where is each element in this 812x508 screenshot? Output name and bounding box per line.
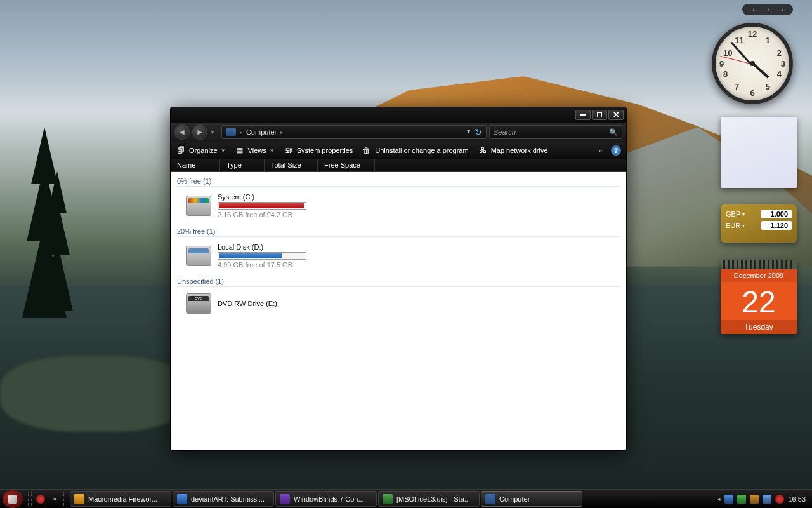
- address-dropdown-icon[interactable]: ▾: [467, 127, 471, 137]
- app-icon: [177, 494, 187, 504]
- taskbar-button-label: deviantART: Submissi...: [191, 495, 265, 503]
- drive-stats: 2.16 GB free of 94.2 GB: [218, 211, 306, 218]
- currency-gadget[interactable]: GBP▾ 1.000 EUR▾ 1.120: [721, 204, 797, 243]
- properties-icon: 🖳: [284, 145, 294, 156]
- quick-launch-item[interactable]: [34, 493, 47, 505]
- taskbar-button-label: Computer: [499, 495, 530, 503]
- quick-launch-overflow[interactable]: »: [48, 493, 61, 505]
- drive-icon: [186, 246, 211, 266]
- command-bar: 🗐 Organize ▼ ▤ Views ▼ 🖳 System properti…: [171, 142, 626, 159]
- taskbar-button[interactable]: Macromedia Firewor...: [70, 491, 171, 507]
- search-input[interactable]: Search 🔍: [489, 125, 622, 139]
- system-tray: ◂ 16:53: [717, 495, 809, 504]
- gadget-next-icon[interactable]: ›: [781, 6, 783, 13]
- clock-gadget[interactable]: 12 1 2 3 4 5 6 7 8 9 10 11: [712, 23, 793, 104]
- header-type[interactable]: Type: [220, 159, 265, 171]
- taskbar-button[interactable]: [MSOffice13.uis] - Sta...: [378, 491, 480, 507]
- calendar-binding: [723, 260, 794, 269]
- header-name[interactable]: Name: [171, 159, 220, 171]
- organize-icon: 🗐: [176, 145, 186, 156]
- close-button[interactable]: ✕: [608, 110, 624, 120]
- tray-expand-icon[interactable]: ◂: [717, 496, 721, 502]
- taskbar-clock[interactable]: 16:53: [788, 495, 806, 503]
- clock-hour-hand: [752, 63, 769, 78]
- app-icon: [74, 494, 84, 504]
- organize-menu[interactable]: 🗐 Organize ▼: [176, 145, 226, 156]
- drive-usage-bar: [218, 252, 306, 260]
- nav-history-dropdown[interactable]: ▼: [210, 130, 215, 135]
- currency-value-1[interactable]: 1.000: [761, 210, 792, 218]
- gadget-control-bar[interactable]: + ‹ ›: [742, 4, 793, 15]
- calendar-day: 22: [721, 287, 797, 318]
- taskbar-button[interactable]: deviantART: Submissi...: [173, 491, 274, 507]
- drive-icon: [186, 293, 211, 314]
- explorer-window: ✕ ◄ ► ▼ ▸ Computer ▸ ▾ ↻ Search 🔍 🗐 Orga…: [170, 107, 627, 451]
- calendar-month: December 2009: [721, 269, 797, 282]
- currency-label-2: EUR: [726, 222, 740, 229]
- taskbar-button-label: [MSOffice13.uis] - Sta...: [396, 495, 470, 503]
- start-button[interactable]: [3, 490, 23, 508]
- breadcrumb-location[interactable]: Computer: [246, 128, 277, 136]
- taskbar-button[interactable]: WindowBlinds 7 Con...: [275, 491, 377, 507]
- drive-group-header[interactable]: Unspecified (1): [177, 275, 620, 287]
- drive-group-header[interactable]: 0% free (1): [177, 175, 620, 187]
- network-drive-icon: 🖧: [478, 145, 488, 156]
- app-icon: [485, 494, 495, 504]
- minimize-button[interactable]: [575, 110, 591, 120]
- address-bar[interactable]: ▸ Computer ▸ ▾ ↻: [221, 125, 487, 139]
- taskbar-button[interactable]: Computer: [481, 491, 582, 507]
- uninstall-button[interactable]: 🗑 Uninstall or change a program: [362, 145, 468, 156]
- tray-icon[interactable]: [737, 495, 746, 504]
- help-icon[interactable]: ?: [611, 145, 621, 156]
- taskbar-button-label: WindowBlinds 7 Con...: [294, 495, 364, 503]
- drive-stats: 4.99 GB free of 17.5 GB: [218, 261, 306, 269]
- drive-item[interactable]: DVD RW Drive (E:): [177, 291, 620, 320]
- drive-item[interactable]: Local Disk (D:)4.99 GB free of 17.5 GB: [177, 241, 620, 275]
- window-titlebar[interactable]: ✕: [171, 107, 626, 123]
- clock-minute-hand: [731, 42, 752, 66]
- column-headers: Name Type Total Size Free Space: [171, 159, 626, 172]
- dropdown-icon[interactable]: ▾: [742, 211, 745, 217]
- header-total-size[interactable]: Total Size: [265, 159, 318, 171]
- taskbar: » Macromedia Firewor...deviantART: Submi…: [0, 489, 812, 508]
- drive-group-header[interactable]: 20% free (1): [177, 225, 620, 237]
- gadget-prev-icon[interactable]: ‹: [768, 6, 769, 13]
- app-icon: [280, 494, 290, 504]
- calendar-gadget[interactable]: December 2009 22 Tuesday: [721, 260, 797, 334]
- uninstall-icon: 🗑: [362, 145, 372, 156]
- add-gadget-icon[interactable]: +: [752, 6, 756, 13]
- dropdown-icon[interactable]: ▾: [742, 223, 745, 229]
- currency-value-2[interactable]: 1.120: [761, 221, 792, 230]
- search-icon[interactable]: 🔍: [609, 128, 618, 137]
- tray-icon[interactable]: [750, 495, 759, 504]
- tray-network-icon[interactable]: [763, 495, 771, 504]
- wallpaper-rock: [0, 356, 190, 432]
- forward-button[interactable]: ►: [192, 124, 207, 140]
- views-menu[interactable]: ▤ Views ▼: [235, 145, 275, 156]
- map-drive-button[interactable]: 🖧 Map network drive: [478, 145, 548, 156]
- drive-item[interactable]: System (C:)2.16 GB free of 94.2 GB: [177, 190, 620, 225]
- drive-name: Local Disk (D:): [218, 243, 306, 251]
- computer-icon: [226, 128, 236, 136]
- drive-usage-bar: [218, 202, 306, 210]
- maximize-button[interactable]: [592, 110, 607, 120]
- tray-volume-icon[interactable]: [775, 495, 784, 504]
- system-properties-button[interactable]: 🖳 System properties: [284, 145, 353, 156]
- currency-label-1: GBP: [726, 210, 740, 218]
- drive-icon: [186, 196, 211, 216]
- drive-name: System (C:): [218, 193, 306, 201]
- toolbar-overflow[interactable]: »: [598, 147, 602, 154]
- tray-icon[interactable]: [724, 495, 733, 504]
- sticky-note-gadget[interactable]: [721, 117, 797, 188]
- nav-bar: ◄ ► ▼ ▸ Computer ▸ ▾ ↻ Search 🔍: [171, 123, 626, 142]
- taskbar-button-label: Macromedia Firewor...: [88, 495, 157, 503]
- header-free-space[interactable]: Free Space: [318, 159, 375, 171]
- refresh-icon[interactable]: ↻: [475, 127, 482, 137]
- back-button[interactable]: ◄: [174, 124, 190, 140]
- drive-name: DVD RW Drive (E:): [218, 300, 277, 307]
- calendar-dow: Tuesday: [721, 320, 797, 334]
- app-icon: [383, 494, 393, 504]
- drive-list: 0% free (1)System (C:)2.16 GB free of 94…: [171, 172, 626, 450]
- views-icon: ▤: [235, 145, 245, 156]
